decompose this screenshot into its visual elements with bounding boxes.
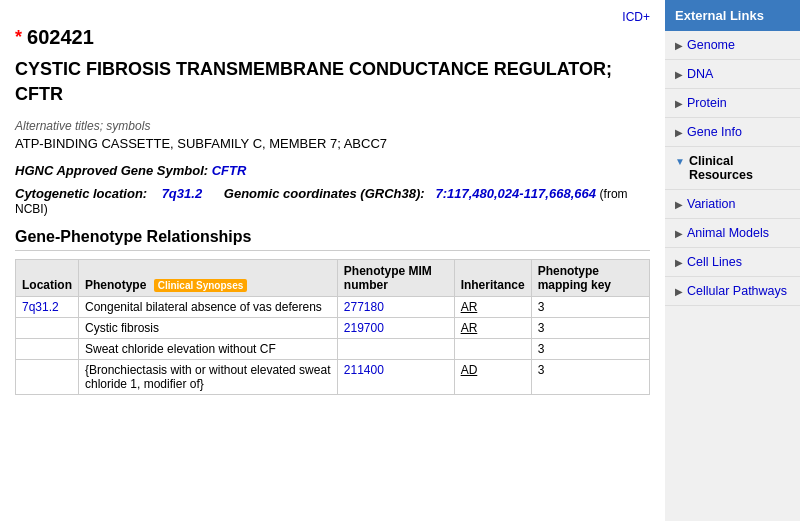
col-header-mapping: Phenotype mapping key — [531, 260, 649, 297]
mim-number-link[interactable]: 277180 — [344, 300, 384, 314]
icd-link[interactable]: ICD+ — [622, 10, 650, 24]
cell-mapping-key: 3 — [531, 360, 649, 395]
sidebar-item-label: Variation — [687, 197, 735, 211]
cell-mim-number — [337, 339, 454, 360]
gene-title: CYSTIC FIBROSIS TRANSMEMBRANE CONDUCTANC… — [15, 57, 650, 107]
mim-number-link[interactable]: 219700 — [344, 321, 384, 335]
col-header-phenotype: Phenotype Clinical Synopses — [79, 260, 338, 297]
icd-link-container: ICD+ — [15, 10, 650, 24]
sidebar-arrow-icon: ▶ — [675, 127, 683, 138]
sidebar-header: External Links — [665, 0, 800, 31]
cell-phenotype: Congenital bilateral absence of vas defe… — [79, 297, 338, 318]
cytogenetic-label: Cytogenetic location: — [15, 186, 147, 201]
table-row: Sweat chloride elevation without CF3 — [16, 339, 650, 360]
col-header-mim: Phenotype MIM number — [337, 260, 454, 297]
cell-mim-number: 211400 — [337, 360, 454, 395]
cell-mim-number: 219700 — [337, 318, 454, 339]
cell-phenotype: Cystic fibrosis — [79, 318, 338, 339]
hgnc-line: HGNC Approved Gene Symbol: CFTR — [15, 163, 650, 178]
cell-inheritance — [454, 339, 531, 360]
sidebar-item-label: Gene Info — [687, 125, 742, 139]
cytogenetic-line: Cytogenetic location: 7q31.2 Genomic coo… — [15, 186, 650, 216]
sidebar-item-label: Cellular Pathways — [687, 284, 787, 298]
sidebar-item-cell-lines[interactable]: ▶Cell Lines — [665, 248, 800, 277]
entry-asterisk: * — [15, 27, 22, 48]
sidebar-item-label: Genome — [687, 38, 735, 52]
cell-phenotype: {Bronchiectasis with or without elevated… — [79, 360, 338, 395]
sidebar-item-label: DNA — [687, 67, 713, 81]
sidebar-item-cellular-pathways[interactable]: ▶Cellular Pathways — [665, 277, 800, 306]
mim-number: 602421 — [27, 26, 94, 49]
sidebar-arrow-icon: ▶ — [675, 40, 683, 51]
sidebar-arrow-icon: ▶ — [675, 199, 683, 210]
sidebar-item-label: Clinical Resources — [689, 154, 790, 182]
sidebar-arrow-icon: ▶ — [675, 228, 683, 239]
col-header-location: Location — [16, 260, 79, 297]
mim-number-link[interactable]: 211400 — [344, 363, 384, 377]
sidebar: External Links ▶Genome▶DNA▶Protein▶Gene … — [665, 0, 800, 521]
cell-location: 7q31.2 — [16, 297, 79, 318]
sidebar-arrow-icon: ▶ — [675, 286, 683, 297]
cell-location — [16, 318, 79, 339]
sidebar-item-label: Animal Models — [687, 226, 769, 240]
alt-titles-label: Alternative titles; symbols — [15, 119, 650, 133]
cell-phenotype: Sweat chloride elevation without CF — [79, 339, 338, 360]
table-row: {Bronchiectasis with or without elevated… — [16, 360, 650, 395]
cell-inheritance: AD — [454, 360, 531, 395]
genomic-label: Genomic coordinates (GRCh38): — [224, 186, 425, 201]
sidebar-item-variation[interactable]: ▶Variation — [665, 190, 800, 219]
sidebar-arrow-icon: ▶ — [675, 69, 683, 80]
sidebar-item-gene-info[interactable]: ▶Gene Info — [665, 118, 800, 147]
genomic-value-link[interactable]: 7:117,480,024-117,668,664 — [435, 186, 599, 201]
sidebar-item-animal-models[interactable]: ▶Animal Models — [665, 219, 800, 248]
sidebar-arrow-icon: ▶ — [675, 98, 683, 109]
sidebar-item-label: Cell Lines — [687, 255, 742, 269]
cytogenetic-value-link[interactable]: 7q31.2 — [162, 186, 202, 201]
sidebar-item-label: Protein — [687, 96, 727, 110]
main-content: ICD+ * 602421 CYSTIC FIBROSIS TRANSMEMBR… — [0, 0, 665, 521]
table-row: Cystic fibrosis219700AR3 — [16, 318, 650, 339]
gene-phenotype-table: Location Phenotype Clinical Synopses Phe… — [15, 259, 650, 395]
cell-mim-number: 277180 — [337, 297, 454, 318]
hgnc-symbol-link[interactable]: CFTR — [212, 163, 247, 178]
cell-inheritance: AR — [454, 318, 531, 339]
cell-mapping-key: 3 — [531, 318, 649, 339]
alt-titles: ATP-BINDING CASSETTE, SUBFAMILY C, MEMBE… — [15, 136, 650, 151]
hgnc-label: HGNC Approved Gene Symbol: — [15, 163, 208, 178]
sidebar-item-clinical-resources[interactable]: ▼Clinical Resources — [665, 147, 800, 190]
cell-mapping-key: 3 — [531, 297, 649, 318]
sidebar-item-protein[interactable]: ▶Protein — [665, 89, 800, 118]
cell-mapping-key: 3 — [531, 339, 649, 360]
gene-phenotype-section-title: Gene-Phenotype Relationships — [15, 228, 650, 251]
sidebar-arrow-icon: ▼ — [675, 156, 685, 167]
table-row: 7q31.2Congenital bilateral absence of va… — [16, 297, 650, 318]
clinical-synopses-badge[interactable]: Clinical Synopses — [154, 279, 248, 292]
cell-location — [16, 360, 79, 395]
sidebar-arrow-icon: ▶ — [675, 257, 683, 268]
cell-inheritance: AR — [454, 297, 531, 318]
location-link[interactable]: 7q31.2 — [22, 300, 59, 314]
col-header-inheritance: Inheritance — [454, 260, 531, 297]
sidebar-item-genome[interactable]: ▶Genome — [665, 31, 800, 60]
entry-id: * 602421 — [15, 26, 650, 49]
sidebar-item-dna[interactable]: ▶DNA — [665, 60, 800, 89]
cell-location — [16, 339, 79, 360]
